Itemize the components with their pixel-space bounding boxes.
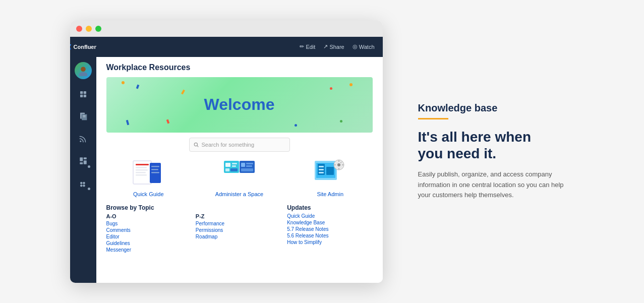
browse-by-topic: Browse by Topic A-O Bugs Comments Editor… xyxy=(106,204,277,254)
right-panel: Knowledge base It's all here when you ne… xyxy=(413,92,574,211)
sidebar-item-export[interactable] xyxy=(74,152,92,170)
update-56-release[interactable]: 5.6 Release Notes xyxy=(287,233,372,238)
sidebar-item-feed[interactable] xyxy=(74,130,92,148)
kb-heading-line2: you need it. xyxy=(418,146,497,161)
update-57-release[interactable]: 5.7 Release Notes xyxy=(287,226,372,232)
svg-point-15 xyxy=(80,181,83,184)
sidebar-item-pages[interactable] xyxy=(74,107,92,126)
browser-dot-green[interactable] xyxy=(95,26,101,32)
svg-rect-14 xyxy=(80,162,83,164)
svg-rect-29 xyxy=(151,169,158,170)
edit-icon: ✏ xyxy=(300,43,304,50)
confetti-8 xyxy=(295,124,297,127)
quick-link-quick-guide[interactable]: Quick Guide xyxy=(131,158,166,197)
browse-link-messenger[interactable]: Messenger xyxy=(106,247,188,253)
administer-illustration xyxy=(223,159,256,187)
svg-rect-38 xyxy=(241,163,245,167)
edit-button[interactable]: ✏ Edit xyxy=(300,43,315,50)
browse-col-pz: P-Z Performance Permissions Roadmap xyxy=(196,213,277,254)
sidebar-item-home[interactable] xyxy=(74,85,92,103)
avatar-image xyxy=(78,65,89,76)
svg-rect-40 xyxy=(246,165,252,167)
site-admin-icon xyxy=(313,158,348,188)
welcome-banner: Welcome xyxy=(106,77,373,133)
watch-label: Watch xyxy=(359,44,375,50)
kb-divider xyxy=(418,118,448,119)
browse-link-permissions[interactable]: Permissions xyxy=(196,227,277,233)
main-content: ✏ Edit ↗ Share ◎ Watch Workplace Resourc… xyxy=(96,37,383,283)
update-quick-guide[interactable]: Quick Guide xyxy=(287,213,372,219)
svg-rect-35 xyxy=(225,168,229,171)
confetti-5 xyxy=(349,83,353,86)
svg-point-19 xyxy=(194,143,197,146)
site-admin-label: Site Admin xyxy=(317,191,343,197)
quick-guide-label: Quick Guide xyxy=(133,191,164,197)
svg-rect-45 xyxy=(326,167,334,175)
svg-rect-13 xyxy=(83,160,86,164)
svg-rect-5 xyxy=(83,94,86,97)
svg-point-18 xyxy=(83,185,85,187)
svg-point-16 xyxy=(83,181,85,184)
confetti-9 xyxy=(166,119,169,124)
quick-link-site-admin[interactable]: Site Admin xyxy=(313,158,348,197)
svg-rect-48 xyxy=(319,172,324,173)
confetti-4 xyxy=(126,119,129,125)
watch-icon: ◎ xyxy=(353,43,358,50)
search-input[interactable]: Search for something xyxy=(189,138,290,152)
user-avatar[interactable] xyxy=(75,62,92,79)
browse-link-guidelines[interactable]: Guidelines xyxy=(106,240,188,246)
top-bar: ✏ Edit ↗ Share ◎ Watch xyxy=(96,37,383,57)
svg-rect-7 xyxy=(82,114,87,120)
browser-dot-yellow[interactable] xyxy=(86,26,92,32)
browser-window: Confluence xyxy=(70,21,383,283)
browse-col-ao: A-O Bugs Comments Editor Guidelines Mess… xyxy=(106,213,188,254)
apps-icon xyxy=(79,178,88,188)
browser-dot-red[interactable] xyxy=(76,26,82,32)
svg-rect-4 xyxy=(80,94,83,97)
browse-link-editor[interactable]: Editor xyxy=(106,234,188,239)
browse-link-comments[interactable]: Comments xyxy=(106,227,188,233)
svg-rect-34 xyxy=(232,165,236,167)
browse-section: Browse by Topic A-O Bugs Comments Editor… xyxy=(106,204,373,254)
pages-icon xyxy=(79,112,88,121)
sidebar-logo-area: Confluence xyxy=(70,37,96,57)
browse-link-performance[interactable]: Performance xyxy=(196,221,277,226)
share-button[interactable]: ↗ Share xyxy=(323,43,344,50)
browse-title: Browse by Topic xyxy=(106,204,277,211)
page-title: Workplace Resources xyxy=(106,63,373,72)
browse-ao-heading: A-O xyxy=(106,213,188,219)
administer-icon xyxy=(221,158,257,188)
updates-title: Updates xyxy=(287,204,372,211)
svg-rect-23 xyxy=(136,167,147,168)
confetti-7 xyxy=(181,89,185,94)
browse-pz-heading: P-Z xyxy=(196,213,277,219)
svg-point-50 xyxy=(337,163,340,166)
svg-rect-12 xyxy=(83,157,86,159)
svg-line-20 xyxy=(197,145,198,147)
browser-titlebar xyxy=(70,21,383,37)
svg-point-17 xyxy=(80,185,83,187)
kb-heading-line1: It's all here when xyxy=(418,129,532,145)
search-icon xyxy=(194,142,199,147)
svg-rect-26 xyxy=(136,174,147,176)
confluence-logo-icon xyxy=(70,42,72,51)
confetti-1 xyxy=(122,81,125,84)
site-admin-illustration xyxy=(314,159,346,187)
page-wrapper: Confluence xyxy=(0,0,644,303)
browse-link-bugs[interactable]: Bugs xyxy=(106,221,188,226)
update-knowledge-base[interactable]: Knowledge Base xyxy=(287,220,372,225)
svg-rect-39 xyxy=(246,163,253,164)
browse-link-roadmap[interactable]: Roadmap xyxy=(196,234,277,239)
confluence-app: Confluence xyxy=(70,37,383,283)
update-simplify[interactable]: How to Simplify xyxy=(287,239,372,245)
watch-button[interactable]: ◎ Watch xyxy=(353,43,375,50)
quick-link-administer[interactable]: Administer a Space xyxy=(215,158,263,197)
edit-label: Edit xyxy=(306,44,315,50)
svg-rect-11 xyxy=(80,157,83,161)
kb-label: Knowledge base xyxy=(418,102,569,114)
kb-heading: It's all here when you need it. xyxy=(418,129,569,162)
confetti-6 xyxy=(340,120,342,123)
sidebar-dot xyxy=(88,165,90,168)
svg-point-10 xyxy=(80,140,81,142)
sidebar-item-apps[interactable] xyxy=(74,174,92,192)
